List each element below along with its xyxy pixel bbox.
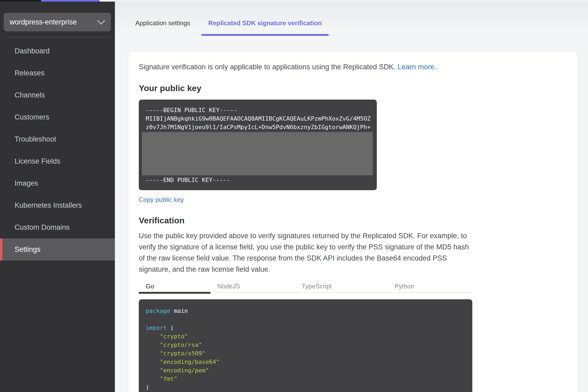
language-tabs: GoNodeJSTypeScriptPython	[139, 280, 472, 293]
go-code-line: "encoding/base64"	[146, 358, 465, 366]
go-code-line: package main	[146, 307, 465, 315]
app-selector-label: wordpress-enterprise	[10, 18, 77, 26]
public-key-block: -----BEGIN PUBLIC KEY----- MIIBIjANBgkqh…	[139, 100, 377, 190]
go-code-line	[146, 315, 465, 324]
sidebar-nav: DashboardReleasesChannelsCustomersTroubl…	[0, 40, 115, 261]
sidebar-item-releases[interactable]: Releases	[0, 62, 115, 84]
public-key-begin-line: -----BEGIN PUBLIC KEY-----	[146, 106, 370, 114]
chevron-down-icon	[97, 16, 105, 25]
loading-bar	[41, 0, 100, 2]
app-selector-dropdown[interactable]: wordpress-enterprise	[4, 13, 111, 31]
public-key-heading: Your public key	[139, 83, 567, 93]
intro-period: .	[434, 63, 436, 71]
sidebar-item-license-fields[interactable]: License Fields	[0, 150, 115, 172]
public-key-line: z0v7Jh7M1NgV1joeu9l1/IaCPsMpyIcL+Dnw5Pdv…	[146, 123, 370, 131]
go-code-line: )	[146, 383, 465, 392]
sidebar-item-channels[interactable]: Channels	[0, 84, 115, 106]
sidebar-item-images[interactable]: Images	[0, 172, 115, 194]
go-code-line: "crypto/x509"	[146, 349, 465, 358]
go-code-line: "crypto/rsa"	[146, 341, 465, 349]
public-key-line: MIIBIjANBgkqhkiG9w0BAQEFAAOCAQ8AMIIBCgKC…	[146, 114, 370, 123]
top-strip-dark-segment	[0, 0, 41, 2]
sidebar-item-kubernetes-installers[interactable]: Kubernetes Installers	[0, 194, 115, 216]
go-code-line: "encoding/pem"	[146, 366, 465, 375]
settings-tabs: Application settingsReplicated SDK signa…	[128, 2, 578, 35]
learn-more-link[interactable]: Learn more	[398, 63, 434, 71]
main-content: Application settingsReplicated SDK signa…	[115, 2, 588, 392]
code-tab-go[interactable]: Go	[139, 280, 210, 292]
go-code-line: "fmt"	[146, 375, 465, 383]
top-strip	[0, 0, 588, 2]
public-key-end-line: -----END PUBLIC KEY-----	[146, 176, 370, 184]
sidebar-divider	[4, 37, 111, 37]
code-tab-python[interactable]: Python	[388, 280, 472, 292]
intro-paragraph: Signature verification is only applicabl…	[139, 63, 567, 71]
app-window: wordpress-enterprise DashboardReleasesCh…	[0, 0, 588, 392]
sidebar: wordpress-enterprise DashboardReleasesCh…	[0, 2, 115, 392]
sdk-verification-card: Signature verification is only applicabl…	[128, 51, 578, 392]
sidebar-item-dashboard[interactable]: Dashboard	[0, 40, 115, 62]
tab-replicated-sdk-signature-verification[interactable]: Replicated SDK signature verification	[201, 19, 329, 35]
go-code-block: package main import ( "crypto" "crypto/r…	[139, 299, 472, 392]
go-code-line: "crypto"	[146, 332, 465, 341]
sidebar-item-settings[interactable]: Settings	[0, 238, 115, 261]
public-key-redacted-block	[142, 132, 373, 175]
copy-public-key-link[interactable]: Copy public key	[139, 196, 184, 203]
sidebar-item-customers[interactable]: Customers	[0, 106, 115, 128]
sidebar-item-custom-domains[interactable]: Custom Domains	[0, 216, 115, 238]
verification-description: Use the public key provided above to ver…	[139, 230, 475, 275]
code-tab-typescript[interactable]: TypeScript	[295, 280, 388, 292]
tab-application-settings[interactable]: Application settings	[128, 19, 197, 35]
code-tab-nodejs[interactable]: NodeJS	[210, 280, 295, 292]
go-code-line: import (	[146, 324, 465, 332]
verification-heading: Verification	[139, 216, 567, 225]
sidebar-item-troubleshoot[interactable]: Troubleshoot	[0, 128, 115, 150]
intro-text: Signature verification is only applicabl…	[139, 63, 398, 71]
